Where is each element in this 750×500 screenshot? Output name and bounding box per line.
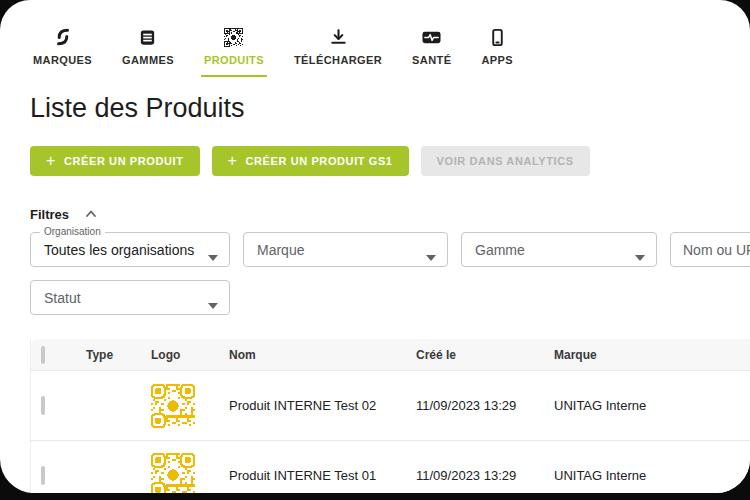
create-product-button[interactable]: + CRÉER UN PRODUIT: [30, 146, 200, 176]
organisation-floating-label: Organisation: [40, 226, 105, 238]
cell-nom: Produit INTERNE Test 01: [229, 468, 416, 483]
caret-down-icon: [426, 247, 436, 253]
nav-label: TÉLÉCHARGER: [294, 54, 382, 66]
products-table: Type Logo Nom Créé le Marque Produit INT…: [30, 339, 750, 493]
cell-cree-le: 11/09/2023 13:29: [416, 468, 554, 483]
col-logo: Logo: [151, 348, 229, 362]
row-checkbox[interactable]: [41, 396, 45, 415]
view-analytics-button[interactable]: VOIR DANS ANALYTICS: [421, 146, 590, 176]
caret-down-icon: [635, 247, 645, 253]
organisation-select[interactable]: Organisation Toutes les organisations: [30, 232, 230, 267]
list-icon: [137, 26, 159, 48]
chevron-up-icon[interactable]: [83, 206, 99, 222]
nav-label: PRODUITS: [204, 54, 264, 66]
create-product-gs1-button[interactable]: + CRÉER UN PRODUIT GS1: [212, 146, 409, 176]
filters-header: Filtres: [30, 206, 750, 222]
qr-logo: [151, 453, 195, 493]
health-icon: [421, 26, 443, 48]
gamme-select[interactable]: Gamme: [461, 232, 657, 267]
view-analytics-label: VOIR DANS ANALYTICS: [437, 155, 574, 167]
caret-down-icon: [208, 247, 218, 253]
col-cree-le: Créé le: [416, 348, 554, 362]
brand-s-icon: [52, 26, 74, 48]
qr-code-icon: [223, 26, 245, 48]
table-row[interactable]: Produit INTERNE Test 01 11/09/2023 13:29…: [31, 440, 750, 493]
nav-item-apps[interactable]: APPS: [478, 26, 516, 77]
nav-item-marques[interactable]: MARQUES: [30, 26, 95, 77]
cell-marque: UNITAG Interne: [554, 398, 750, 413]
name-url-input[interactable]: [670, 232, 750, 267]
marque-select[interactable]: Marque: [243, 232, 448, 267]
nav-item-gammes[interactable]: GAMMES: [119, 26, 177, 77]
plus-icon: +: [228, 153, 238, 169]
statut-placeholder: Statut: [44, 290, 81, 306]
statut-select[interactable]: Statut: [30, 280, 230, 315]
gamme-placeholder: Gamme: [475, 242, 525, 258]
organisation-value: Toutes les organisations: [44, 242, 194, 258]
cell-nom: Produit INTERNE Test 02: [229, 398, 416, 413]
page-title: Liste des Produits: [30, 93, 750, 124]
table-header: Type Logo Nom Créé le Marque: [31, 339, 750, 370]
plus-icon: +: [46, 153, 56, 169]
actions-bar: + CRÉER UN PRODUIT + CRÉER UN PRODUIT GS…: [30, 146, 750, 176]
col-nom: Nom: [229, 348, 416, 362]
nav-item-telecharger[interactable]: TÉLÉCHARGER: [291, 26, 385, 77]
filter-row-2: Statut: [30, 280, 750, 315]
filters-label: Filtres: [30, 207, 69, 222]
nav-item-produits[interactable]: PRODUITS: [201, 26, 267, 77]
select-all-checkbox[interactable]: [41, 346, 45, 364]
nav-label: APPS: [481, 54, 513, 66]
main-nav: MARQUES GAMMES PRODUITS: [30, 0, 750, 77]
cell-cree-le: 11/09/2023 13:29: [416, 398, 554, 413]
marque-placeholder: Marque: [257, 242, 304, 258]
table-row[interactable]: Produit INTERNE Test 02 11/09/2023 13:29…: [31, 370, 750, 440]
create-product-label: CRÉER UN PRODUIT: [64, 155, 184, 167]
window-card: MARQUES GAMMES PRODUITS: [0, 0, 750, 493]
caret-down-icon: [208, 295, 218, 301]
cell-marque: UNITAG Interne: [554, 468, 750, 483]
phone-icon: [486, 26, 508, 48]
filter-row-1: Organisation Toutes les organisations Ma…: [30, 232, 750, 267]
row-checkbox[interactable]: [41, 466, 45, 485]
create-product-gs1-label: CRÉER UN PRODUIT GS1: [246, 155, 393, 167]
nav-label: MARQUES: [33, 54, 92, 66]
nav-item-sante[interactable]: SANTÉ: [409, 26, 454, 77]
nav-label: SANTÉ: [412, 54, 451, 66]
col-type: Type: [86, 348, 151, 362]
download-icon: [327, 26, 349, 48]
qr-logo: [151, 384, 195, 428]
nav-label: GAMMES: [122, 54, 174, 66]
col-marque: Marque: [554, 348, 750, 362]
